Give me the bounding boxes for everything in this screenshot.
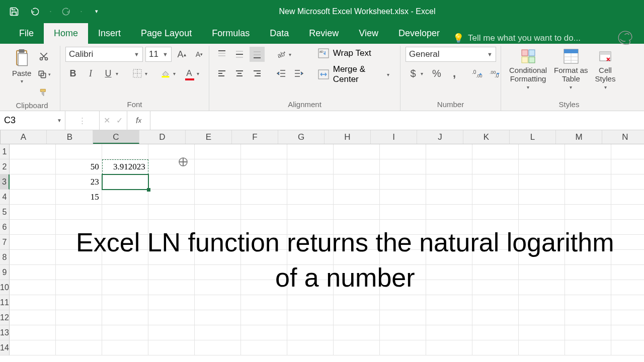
cell[interactable] [611, 310, 644, 325]
tab-developer[interactable]: Developer [388, 23, 450, 44]
cell[interactable] [102, 144, 148, 159]
cell[interactable] [380, 295, 426, 310]
cell[interactable] [334, 340, 380, 355]
conditional-formatting-button[interactable]: Conditional Formatting▾ [506, 47, 550, 91]
format-painter-icon[interactable] [36, 85, 51, 100]
column-header[interactable]: C [93, 130, 139, 144]
borders-button[interactable]: ▾ [130, 66, 151, 81]
tab-insert[interactable]: Insert [88, 23, 131, 44]
column-header[interactable]: H [325, 130, 371, 144]
cell[interactable] [519, 174, 565, 189]
column-header[interactable]: L [510, 130, 556, 144]
cells-area[interactable]: 503.9120232315Excel LN function returns … [10, 144, 644, 355]
number-format-combo[interactable]: General▼ [406, 47, 496, 62]
row-header[interactable]: 13 [0, 325, 10, 340]
cell[interactable] [148, 174, 195, 189]
cell[interactable] [10, 220, 56, 234]
cell[interactable] [287, 205, 334, 219]
cell[interactable] [565, 295, 611, 310]
column-header[interactable]: J [417, 130, 463, 144]
cell[interactable] [195, 205, 241, 219]
cell[interactable] [287, 190, 334, 204]
cell[interactable] [241, 310, 287, 325]
column-header[interactable]: B [47, 130, 93, 144]
underline-button[interactable]: U▾ [101, 66, 122, 81]
cell[interactable] [241, 325, 287, 340]
bold-button[interactable]: B [65, 66, 80, 81]
tab-data[interactable]: Data [260, 23, 299, 44]
cell[interactable] [334, 144, 380, 159]
cell[interactable] [102, 325, 148, 340]
row-header[interactable]: 2 [0, 159, 10, 174]
tab-file[interactable]: File [9, 23, 44, 44]
save-icon[interactable] [7, 5, 21, 19]
insert-function-button[interactable]: ⋮ [65, 111, 100, 130]
undo-icon[interactable] [28, 5, 42, 19]
cell[interactable] [195, 295, 241, 310]
column-header[interactable]: K [463, 130, 510, 144]
cell[interactable] [472, 190, 519, 204]
align-middle-icon[interactable] [232, 47, 247, 62]
cell[interactable] [10, 280, 56, 295]
cell[interactable] [565, 159, 611, 174]
cell[interactable] [10, 144, 56, 159]
cell[interactable] [241, 340, 287, 355]
increase-indent-icon[interactable] [291, 66, 306, 81]
decrease-font-icon[interactable]: A▾ [192, 47, 207, 62]
cell[interactable] [287, 325, 334, 340]
cell[interactable] [611, 295, 644, 310]
cell[interactable] [102, 340, 148, 355]
cell[interactable] [472, 325, 519, 340]
cell[interactable] [611, 144, 644, 159]
cell[interactable] [10, 190, 56, 204]
cell[interactable] [426, 190, 472, 204]
cell[interactable] [148, 159, 195, 174]
cell[interactable] [148, 144, 195, 159]
cell[interactable] [472, 174, 519, 189]
cell[interactable] [380, 174, 426, 189]
cell[interactable] [195, 159, 241, 174]
cell[interactable] [56, 325, 102, 340]
align-top-icon[interactable] [214, 47, 229, 62]
cell-styles-button[interactable]: Cell Styles▾ [592, 47, 619, 91]
cell[interactable] [56, 295, 102, 310]
cell[interactable] [472, 340, 519, 355]
cell[interactable] [519, 295, 565, 310]
cell[interactable] [102, 190, 148, 204]
customize-qat-icon[interactable]: ▾ [90, 5, 104, 19]
column-header[interactable]: I [371, 130, 417, 144]
column-header[interactable]: A [1, 130, 47, 144]
cell[interactable] [287, 159, 334, 174]
cell[interactable] [380, 190, 426, 204]
wrap-text-button[interactable]: ab Wrap Text [315, 47, 395, 60]
cell[interactable] [565, 190, 611, 204]
format-as-table-button[interactable]: Format as Table▾ [551, 47, 591, 91]
cell[interactable] [287, 174, 334, 189]
row-header[interactable]: 11 [0, 295, 10, 310]
cell[interactable] [380, 144, 426, 159]
italic-button[interactable]: I [83, 66, 98, 81]
row-header[interactable]: 10 [0, 280, 10, 295]
cell[interactable] [380, 340, 426, 355]
cell[interactable] [241, 295, 287, 310]
increase-decimal-icon[interactable]: .0.00 [470, 66, 485, 81]
orientation-button[interactable]: ab▾ [274, 47, 295, 62]
column-header[interactable]: M [556, 130, 602, 144]
cell[interactable] [10, 159, 56, 174]
cell[interactable] [56, 310, 102, 325]
cell[interactable] [472, 310, 519, 325]
merge-center-button[interactable]: Merge & Center ▾ [315, 63, 395, 86]
cell[interactable] [565, 325, 611, 340]
cell[interactable] [611, 159, 644, 174]
row-header[interactable]: 7 [0, 235, 10, 250]
font-size-combo[interactable]: 11▼ [145, 47, 172, 62]
column-header[interactable]: D [139, 130, 186, 144]
cell[interactable] [287, 295, 334, 310]
cell[interactable] [10, 340, 56, 355]
redo-icon[interactable] [59, 5, 73, 19]
row-header[interactable]: 6 [0, 220, 10, 235]
cell[interactable] [426, 205, 472, 219]
cell[interactable] [334, 310, 380, 325]
cell[interactable] [10, 325, 56, 340]
cell[interactable] [148, 205, 195, 219]
